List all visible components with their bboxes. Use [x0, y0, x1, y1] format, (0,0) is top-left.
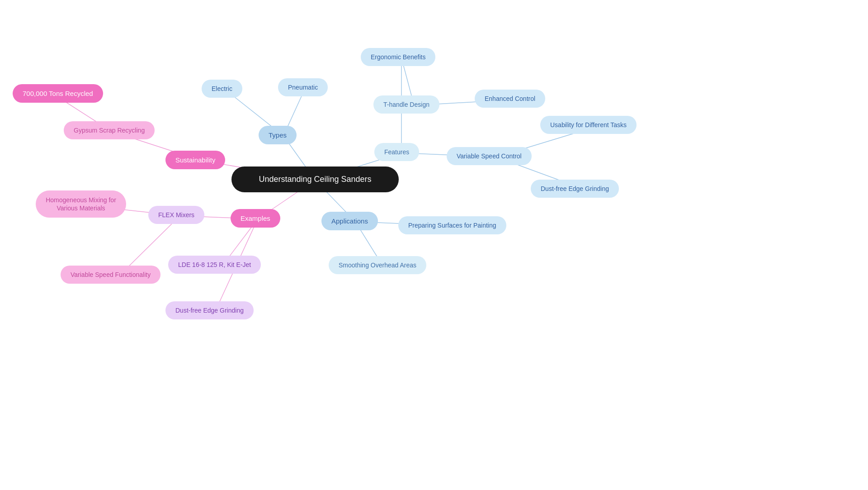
homogeneous-node[interactable]: Homogeneous Mixing for Various Materials [36, 190, 126, 218]
preparing-node[interactable]: Preparing Surfaces for Painting [398, 216, 506, 234]
flex-mixers-node[interactable]: FLEX Mixers [148, 206, 204, 224]
usability-node[interactable]: Usability for Different Tasks [540, 116, 637, 134]
ergonomic-node[interactable]: Ergonomic Benefits [361, 48, 435, 66]
electric-node[interactable]: Electric [202, 80, 242, 98]
features-node[interactable]: Features [374, 143, 419, 161]
dustfree-examples-node[interactable]: Dust-free Edge Grinding [165, 301, 254, 319]
lde-node[interactable]: LDE 16-8 125 R, Kit E-Jet [168, 256, 261, 274]
pneumatic-node[interactable]: Pneumatic [278, 78, 328, 96]
smoothing-node[interactable]: Smoothing Overhead Areas [329, 256, 426, 274]
enhanced-control-node[interactable]: Enhanced Control [475, 90, 545, 108]
examples-node[interactable]: Examples [231, 209, 280, 228]
variable-speed-func-node[interactable]: Variable Speed Functionality [61, 266, 160, 284]
sustainability-node[interactable]: Sustainability [165, 151, 225, 169]
dustfree-features-node[interactable]: Dust-free Edge Grinding [531, 180, 619, 198]
tons-recycled-node[interactable]: 700,000 Tons Recycled [13, 84, 103, 103]
variable-speed-control-node[interactable]: Variable Speed Control [447, 147, 532, 165]
types-node[interactable]: Types [259, 126, 297, 144]
applications-node[interactable]: Applications [321, 212, 378, 230]
center-node[interactable]: Understanding Ceiling Sanders [231, 167, 399, 192]
gypsum-node[interactable]: Gypsum Scrap Recycling [64, 121, 155, 139]
thandle-node[interactable]: T-handle Design [373, 95, 439, 114]
